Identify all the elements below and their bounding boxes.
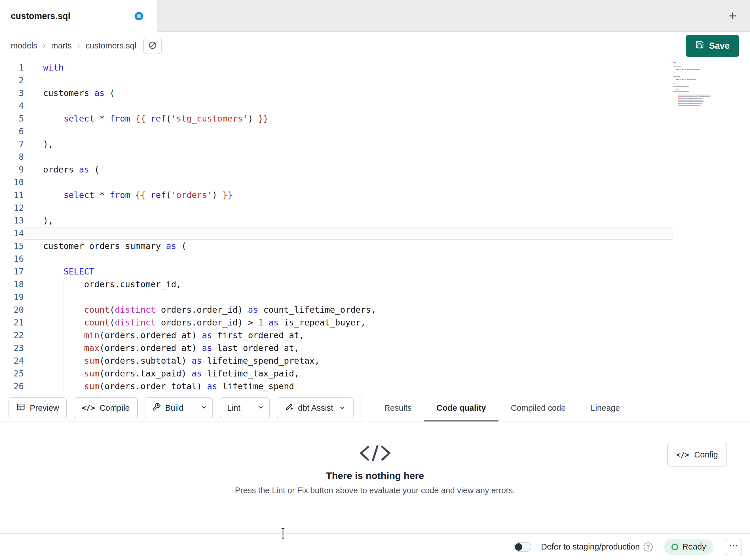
model-icon [148,41,157,51]
line-number: 20 [0,303,24,316]
code-text: ), [24,214,673,227]
table-icon [17,402,25,413]
code-line[interactable]: 15customer_orders_summary as ( [0,240,750,252]
code-line[interactable]: 26 sum(orders.order_total) as lifetime_s… [0,380,750,393]
code-text [24,291,673,303]
code-text: sum(orders.tax_paid) as lifetime_tax_pai… [24,367,673,380]
config-button[interactable]: </> Config [667,443,727,466]
build-button[interactable]: Build [145,398,191,418]
lint-button[interactable]: Lint [220,398,247,418]
code-line[interactable]: 9orders as ( [0,163,750,176]
line-number: 8 [0,150,24,163]
code-line[interactable]: 8 [0,150,750,163]
save-button[interactable]: Save [686,35,739,57]
minimap-line [673,88,722,89]
chevron-down-icon [257,403,264,413]
panel-tab-lineage[interactable]: Lineage [578,394,632,421]
code-line[interactable]: 17 SELECT [0,265,750,278]
code-line[interactable]: 10 [0,176,750,189]
editor-toolbar: Preview </> Compile Build [0,394,750,422]
save-button-label: Save [709,41,730,51]
panel-tab-results[interactable]: Results [372,394,424,421]
code-line[interactable]: 6 [0,125,750,138]
code-text: orders as ( [24,163,673,176]
code-line[interactable]: 22 min(orders.ordered_at) as first_order… [0,329,750,341]
empty-state-subtitle: Press the Lint or Fix button above to ev… [235,486,515,495]
minimap-line [673,91,722,92]
code-line[interactable]: 11 select * from {{ ref('orders') }} [0,189,750,201]
line-number: 2 [0,74,24,87]
code-line[interactable]: 5 select * from {{ ref('stg_customers') … [0,112,750,125]
panel-tab-compiled-code[interactable]: Compiled code [498,394,578,421]
line-number: 10 [0,176,24,189]
more-options-button[interactable]: ⋯ [725,539,742,555]
defer-toggle[interactable] [514,542,531,552]
code-line[interactable]: 24 sum(orders.subtotal) as lifetime_spen… [0,354,750,367]
panel-tab-code-quality[interactable]: Code quality [424,394,498,421]
code-text: with [24,61,673,74]
result-panel-tabs: ResultsCode qualityCompiled codeLineage [372,394,632,421]
line-number: 1 [0,61,24,74]
code-editor[interactable]: 1with23customers as (45 select * from {{… [0,60,750,394]
code-text [24,150,673,163]
build-dropdown-button[interactable] [195,398,212,418]
code-text: count(distinct orders.order_id) as count… [24,303,673,316]
code-line[interactable]: 12 [0,201,750,214]
minimap[interactable] [673,62,722,106]
dbt-assist-button[interactable]: dbt Assist [277,397,354,418]
model-icon-button[interactable] [143,38,162,54]
minimap-line [673,78,722,79]
code-line[interactable]: 23 max(orders.ordered_at) as last_ordere… [0,341,750,354]
ready-status-badge[interactable]: Ready [664,539,713,555]
code-text: orders.customer_id, [24,278,673,291]
code-line[interactable]: 25 sum(orders.tax_paid) as lifetime_tax_… [0,367,750,380]
code-line[interactable]: 13), [0,214,750,227]
save-icon [695,40,704,51]
breadcrumb: models›marts›customers.sql [11,41,136,50]
line-number: 26 [0,380,24,393]
line-number: 18 [0,278,24,291]
code-line[interactable]: 19 [0,291,750,303]
lint-dropdown-button[interactable] [252,398,269,418]
minimap-line [673,84,722,85]
compile-button[interactable]: </> Compile [74,397,138,418]
file-tab-customers-sql[interactable]: customers.sql [0,0,157,32]
minimap-line [673,76,722,77]
breadcrumb-item-customers-sql[interactable]: customers.sql [86,41,136,50]
minimap-line [673,105,722,106]
code-text [24,201,673,214]
code-line[interactable]: 7), [0,138,750,150]
code-line[interactable]: 14 [0,227,750,240]
ready-circle-icon [671,544,678,551]
code-line[interactable]: 21 count(distinct orders.order_id) > 1 a… [0,316,750,329]
code-line[interactable]: 1with [0,61,750,74]
line-number: 13 [0,214,24,227]
preview-button[interactable]: Preview [8,397,67,418]
line-number: 5 [0,112,24,125]
path-bar: models›marts›customers.sql Save [0,32,750,60]
code-text [24,74,673,87]
minimap-line [673,79,722,80]
code-brackets-icon: </> [676,451,689,459]
code-line[interactable]: 18 orders.customer_id, [0,278,750,291]
code-line[interactable]: 3customers as ( [0,87,750,99]
minimap-line [673,93,722,94]
line-number: 17 [0,265,24,278]
new-tab-button[interactable]: + [724,7,742,25]
code-text [24,176,673,189]
code-text: customers as ( [24,87,673,99]
help-icon[interactable]: ? [644,542,653,552]
config-button-label: Config [694,450,718,459]
code-line[interactable]: 16 [0,252,750,265]
breadcrumb-separator: › [43,41,46,50]
breadcrumb-item-models[interactable]: models [11,41,37,50]
code-line[interactable]: 20 count(distinct orders.order_id) as co… [0,303,750,316]
code-line[interactable]: 2 [0,74,750,87]
line-number: 23 [0,341,24,354]
breadcrumb-item-marts[interactable]: marts [51,41,72,50]
empty-state-title: There is nothing here [326,470,424,481]
lint-split-button: Lint [220,397,270,418]
code-brackets-icon: </> [82,403,95,412]
code-line[interactable]: 4 [0,99,750,112]
minimap-line [673,69,722,70]
